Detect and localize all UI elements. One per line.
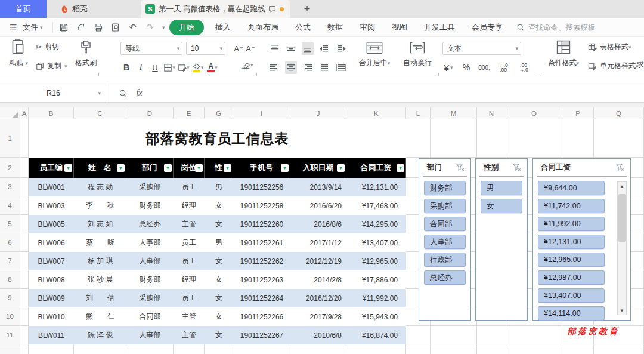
row-header-4[interactable]: 4 [0,196,20,215]
filter-dropdown-button[interactable]: ▼ [195,164,203,172]
cell[interactable]: 李 秋 [74,196,126,215]
cell[interactable]: 杨 加 琪 [74,252,126,270]
align-left-button[interactable] [268,61,280,74]
row-header-11[interactable]: 11 [0,326,20,344]
column-header-E[interactable]: E [174,107,205,119]
cell[interactable]: ¥14,295.00 [346,215,406,233]
slicer-item-button[interactable]: ¥13,407.00 [538,288,605,303]
number-format-combo[interactable]: 文本▾ [442,42,521,55]
row-header-3[interactable]: 3 [0,178,20,196]
cell[interactable]: 蔡 晓 [74,233,126,252]
column-header-cell[interactable]: 姓 名▼ [74,158,126,178]
column-header-J[interactable]: J [290,107,346,119]
increase-decimal-button[interactable]: ←.0 .00 [496,61,510,74]
cell[interactable]: 19011252263 [233,270,290,289]
clear-filter-icon[interactable] [456,163,465,174]
export-button[interactable] [76,23,86,33]
column-header-cell[interactable]: 部门▼ [126,158,174,178]
distributed-button[interactable] [335,61,347,74]
column-header-L[interactable]: L [406,107,431,119]
percent-button[interactable]: % [460,61,472,74]
cell[interactable]: 2010/6/8 [290,326,346,344]
filter-dropdown-button[interactable]: ▼ [397,164,404,172]
shrink-font-button[interactable]: A⁻ [244,42,256,55]
cell[interactable]: 19011252266 [233,307,290,326]
column-header-cell[interactable]: 合同工资▼ [346,158,406,178]
cell[interactable]: 总经办 [126,215,174,233]
cell[interactable]: 19011252261 [233,233,290,252]
cell[interactable]: 采购部 [126,289,174,307]
cell[interactable]: 财务部 [126,270,174,289]
table-style-button[interactable]: 表格样式▾ [588,42,631,52]
cell[interactable]: 19011252260 [233,215,290,233]
clear-filter-icon[interactable] [512,163,521,174]
cell[interactable]: 员工 [174,178,205,196]
draw-border-button[interactable]: ▾ [178,61,190,74]
slicer-item-button[interactable]: 财务部 [424,181,466,195]
slicer-item-button[interactable]: 总经办 [424,270,466,285]
cell[interactable]: 女 [205,270,233,289]
menu-tab-5[interactable]: 数据 [320,22,351,33]
row-header-8[interactable]: 8 [0,270,20,289]
cell[interactable]: BLW009 [29,289,74,307]
cell[interactable]: ¥13,407.00 [346,233,406,252]
column-header-K[interactable]: K [346,107,406,119]
slicer-item-button[interactable]: 男 [481,181,522,195]
cell[interactable]: 2017/1/12 [290,233,346,252]
cell[interactable]: ¥12,131.00 [346,178,406,196]
cell[interactable]: 19011252264 [233,289,290,307]
italic-button[interactable]: I [135,61,147,74]
cell[interactable]: 19011252258 [233,196,290,215]
slicer-item-button[interactable]: 人事部 [424,235,466,249]
slicer-item-button[interactable]: ¥12,965.00 [538,253,605,267]
cell[interactable]: 员工 [174,252,205,270]
column-header-C[interactable]: C [74,107,126,119]
docer-tab[interactable]: 稻壳 [47,0,101,18]
cell[interactable]: 员工 [174,289,205,307]
cell[interactable]: 张 秒 晨 [74,270,126,289]
autosum-partial-button[interactable]: 求 [637,60,644,70]
command-search[interactable]: 查找命令、搜索模板 [516,18,596,37]
row-header-7[interactable]: 7 [0,252,20,270]
slicer-item-button[interactable]: 合同部 [424,217,466,231]
filter-dropdown-button[interactable]: ▼ [164,164,172,172]
row-header-6[interactable]: 6 [0,233,20,252]
cell[interactable]: BLW011 [29,326,74,344]
justify-button[interactable] [318,61,330,74]
filter-dropdown-button[interactable]: ▼ [64,164,72,172]
decrease-indent-button[interactable] [318,42,330,55]
cell[interactable]: 男 [205,178,233,196]
menu-tab-4[interactable]: 公式 [287,22,318,33]
sheet-body[interactable]: 1234567891011 部落窝教育员工信息表 员工编▼姓 名▼部门▼岗位▼性… [0,119,644,354]
print-preview-button[interactable] [110,23,120,33]
menu-tab-2[interactable]: 插入 [208,22,239,33]
wrap-text-button[interactable]: 自动换行 [401,37,434,68]
column-header-Q[interactable]: Q [594,107,644,119]
cell[interactable]: 女 [205,326,233,344]
cell[interactable]: ¥12,965.00 [346,252,406,270]
cell[interactable]: 2016/8/6 [290,215,346,233]
filter-dropdown-button[interactable]: ▼ [117,164,125,172]
cell[interactable]: 刘 倩 [74,289,126,307]
cell[interactable]: 2016/12/20 [290,289,346,307]
underline-button[interactable]: U [149,61,161,74]
cell[interactable]: BLW007 [29,252,74,270]
cell[interactable]: 程 志 勋 [74,178,126,196]
cell[interactable]: ¥11,992.00 [346,289,406,307]
column-header-cell[interactable]: 岗位▼ [174,158,205,178]
column-header-I[interactable]: I [233,107,290,119]
merge-center-button[interactable]: 合并居中▾ [355,37,394,68]
print-button[interactable] [93,23,103,33]
row-header-10[interactable]: 10 [0,307,20,326]
slicer-item-button[interactable]: ¥14,114.00 [538,306,605,321]
scroll-up-icon[interactable]: ▲ [618,182,626,190]
slicer-部门[interactable]: 部门财务部采购部合同部人事部行政部总经办 [419,158,471,321]
scrollbar-thumb[interactable] [618,194,626,242]
filter-dropdown-button[interactable]: ▼ [224,164,231,172]
slicer-item-button[interactable]: ¥12,131.00 [538,235,605,249]
column-header-G[interactable]: G [205,107,233,119]
cell[interactable]: 经理 [174,270,205,289]
cell[interactable]: 2017/9/28 [290,307,346,326]
select-all-corner[interactable] [0,107,20,119]
slicer-性别[interactable]: 性别男女 [475,158,528,321]
